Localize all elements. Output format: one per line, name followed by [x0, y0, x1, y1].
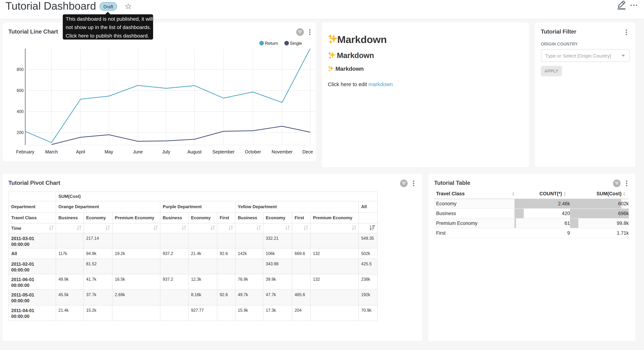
svg-text:October: October	[245, 149, 261, 154]
svg-text:800: 800	[17, 67, 24, 72]
svg-text:May: May	[104, 149, 113, 154]
svg-text:July: July	[162, 149, 170, 154]
svg-text:March: March	[45, 149, 58, 154]
svg-text:November: November	[272, 149, 292, 154]
svg-text:June: June	[133, 149, 143, 154]
svg-text:Dece: Dece	[302, 149, 313, 154]
svg-text:September: September	[212, 149, 234, 154]
svg-text:April: April	[76, 149, 85, 154]
svg-text:200: 200	[17, 130, 24, 135]
svg-text:400: 400	[17, 109, 24, 114]
svg-text:600: 600	[17, 88, 24, 93]
svg-text:February: February	[16, 149, 34, 154]
svg-text:Single: Single	[290, 41, 302, 46]
svg-text:Return: Return	[265, 41, 278, 46]
svg-text:August: August	[188, 149, 202, 154]
